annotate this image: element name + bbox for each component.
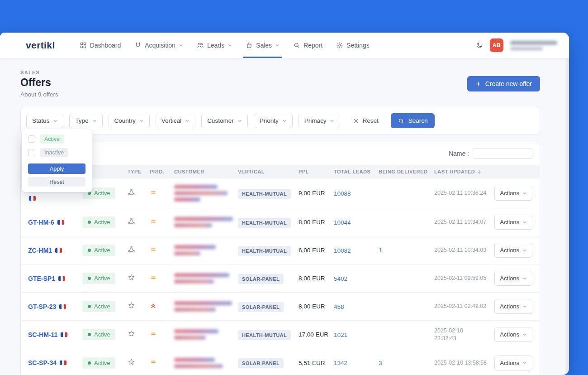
actions-button[interactable]: Actions (494, 299, 532, 314)
user-name-redacted (510, 41, 557, 50)
share-network-icon (128, 245, 135, 253)
status-apply-button[interactable]: Apply (28, 163, 85, 174)
inactive-checkbox[interactable] (28, 149, 35, 156)
share-network-icon (128, 217, 135, 225)
table-body: GT-HM-32ActiveHEALTH-MUTUAL9,00 EUR10088… (21, 178, 540, 375)
last-updated-value: 2025-02-10 13:58:58 (434, 359, 494, 367)
column-header-vertical[interactable]: VERTICAL (238, 169, 299, 174)
france-flag-icon (55, 248, 62, 253)
filter-primacy-button[interactable]: Primacy (299, 114, 341, 128)
filter-type-button[interactable]: Type (69, 114, 102, 128)
table-row: ZC-HM1ActiveHEALTH-MUTUAL6,00 EUR1008212… (21, 236, 540, 264)
nav-item-dashboard[interactable]: Dashboard (80, 33, 121, 58)
chevron-down-icon (53, 119, 57, 123)
customer-redacted (174, 185, 238, 202)
status-badge: Active (82, 273, 115, 284)
desktop-background: vertikl Dashboard Acquisition Leads (0, 0, 588, 375)
column-header-type[interactable]: TYPE (128, 169, 150, 174)
status-reset-button[interactable]: Reset (28, 177, 85, 187)
plus-icon (475, 81, 481, 87)
filter-priority-button[interactable]: Priority (254, 114, 293, 128)
moon-icon (476, 42, 483, 49)
total-leads-link[interactable]: 1342 (334, 360, 347, 366)
actions-button[interactable]: Actions (494, 215, 532, 230)
avatar[interactable]: AB (490, 38, 503, 52)
filters-search-button[interactable]: Search (391, 113, 435, 128)
vertical-badge: HEALTH-MUTUAL (238, 330, 291, 340)
last-updated-value: 2025-02-11 10:34:03 (434, 246, 494, 254)
column-header-total-leads[interactable]: TOTAL LEADS (334, 169, 379, 174)
nav-item-sales[interactable]: Sales (246, 33, 280, 58)
redacted-line (174, 279, 214, 284)
page-content: SALES Offers About 9 offers Create new o… (0, 58, 569, 375)
offer-name-link[interactable]: ZC-HM1 (28, 247, 52, 254)
nav-item-leads[interactable]: Leads (197, 33, 232, 58)
column-header-being-delivered[interactable]: BEING DELIVERED (379, 169, 434, 174)
total-leads-link[interactable]: 10082 (334, 247, 351, 254)
name-filter-input[interactable] (473, 149, 532, 159)
total-leads-link[interactable]: 458 (334, 303, 344, 310)
actions-button[interactable]: Actions (494, 356, 532, 370)
redacted-line (174, 223, 212, 227)
brand-logo[interactable]: vertikl (26, 40, 55, 51)
nav-item-settings[interactable]: Settings (336, 33, 370, 58)
actions-button[interactable]: Actions (494, 271, 532, 286)
france-flag-icon (59, 304, 66, 309)
offer-name-link[interactable]: SC-HM-11 (28, 331, 57, 338)
customer-redacted (174, 329, 238, 340)
status-badge: Active (82, 216, 115, 228)
chevron-down-icon (522, 220, 527, 225)
filter-button-label: Customer (207, 117, 234, 124)
actions-button[interactable]: Actions (494, 327, 532, 342)
chevron-down-icon (522, 332, 527, 337)
status-option-inactive[interactable]: Inactive (28, 148, 85, 157)
redacted-line (174, 301, 232, 305)
last-updated-value: 2025-02-11 10:36:24 (434, 189, 494, 197)
status-badge: Active (82, 357, 115, 369)
redacted-line (174, 217, 233, 221)
bag-icon (246, 42, 253, 49)
theme-toggle-button[interactable] (476, 42, 483, 49)
star-icon (128, 302, 135, 309)
status-option-active[interactable]: Active (28, 135, 85, 144)
status-dot (88, 192, 91, 195)
redacted-line (174, 273, 229, 277)
actions-button[interactable]: Actions (494, 186, 532, 201)
being-delivered-value[interactable]: 3 (379, 360, 434, 366)
being-delivered-value[interactable]: 1 (379, 247, 434, 254)
column-header-prio[interactable]: PRIO. (150, 169, 174, 174)
create-new-offer-button[interactable]: Create new offer (467, 76, 540, 91)
nav-item-report[interactable]: Report (293, 33, 322, 58)
filter-country-button[interactable]: Country (109, 114, 150, 128)
chevron-down-icon (522, 248, 527, 253)
france-flag-icon (57, 220, 64, 225)
offer-name-link[interactable]: SC-SP-34 (28, 359, 57, 366)
active-checkbox[interactable] (28, 135, 35, 143)
last-updated-value: 2025-02-11 09:59:05 (434, 274, 494, 282)
filters-reset-button[interactable]: Reset (353, 117, 378, 124)
magnifier-chart-icon (293, 42, 300, 49)
nav-label: Dashboard (90, 42, 121, 49)
total-leads-link[interactable]: 10088 (334, 190, 351, 197)
offer-name-link[interactable]: GT-HM-6 (28, 219, 54, 226)
total-leads-link[interactable]: 10044 (334, 219, 351, 226)
offer-name-link[interactable]: GTE-SP1 (28, 275, 55, 282)
column-header-ppl[interactable]: PPL (299, 169, 334, 174)
filter-buttons: StatusTypeCountryVerticalCustomerPriorit… (26, 114, 340, 128)
total-leads-link[interactable]: 1021 (334, 332, 347, 338)
filter-status-button[interactable]: Status (26, 114, 63, 128)
share-network-icon (128, 188, 135, 196)
customer-redacted (174, 358, 238, 368)
filter-customer-button[interactable]: Customer (201, 114, 248, 128)
status-dot (88, 249, 91, 252)
redacted-line (174, 329, 218, 333)
brand-logo-text: vertikl (26, 40, 55, 50)
column-header-last-updated[interactable]: LAST UPDATED (434, 169, 494, 174)
filter-vertical-button[interactable]: Vertical (156, 114, 195, 128)
offer-name-link[interactable]: GT-SP-23 (28, 303, 56, 310)
nav-label: Sales (256, 42, 272, 49)
column-header-customer[interactable]: CUSTOMER (174, 169, 238, 174)
nav-item-acquisition[interactable]: Acquisition (134, 33, 183, 58)
actions-button[interactable]: Actions (494, 243, 532, 258)
total-leads-link[interactable]: 5402 (334, 275, 347, 282)
